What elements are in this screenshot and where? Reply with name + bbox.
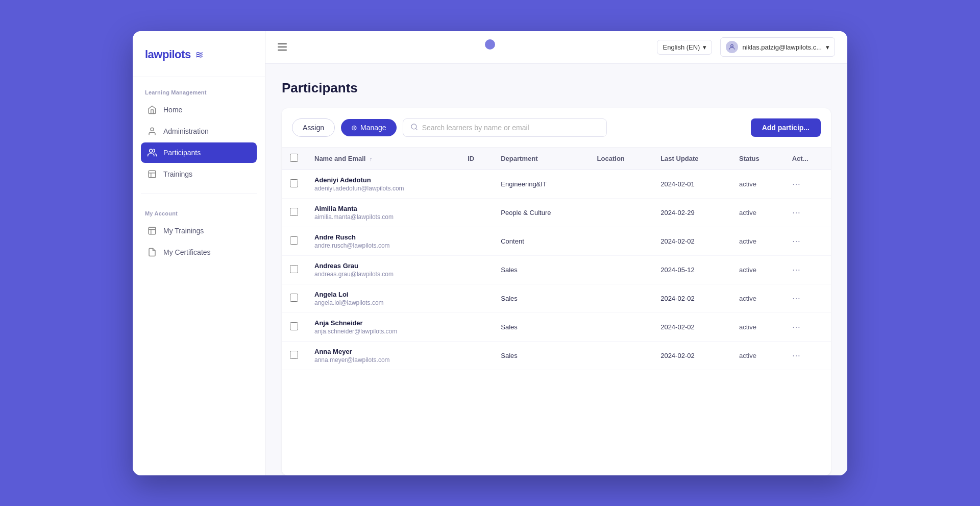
row-last-update: 2024-02-29 — [652, 198, 731, 227]
trainings-icon — [147, 169, 157, 179]
manage-label: Manage — [360, 124, 386, 132]
row-checkbox-cell — [282, 198, 306, 227]
row-action-dots[interactable]: ⋯ — [792, 351, 800, 360]
row-checkbox-0[interactable] — [290, 179, 298, 187]
row-action-dots[interactable]: ⋯ — [792, 208, 800, 217]
manage-button[interactable]: ⊕ Manage — [341, 119, 397, 136]
col-last-update: Last Update — [652, 148, 731, 170]
table-row: Andreas Grau andreas.grau@lawpilots.com … — [282, 255, 831, 284]
participants-table: Name and Email ↑ ID Department — [282, 148, 831, 370]
row-status: active — [731, 255, 784, 284]
user-email-label: niklas.patzig@lawpilots.c... — [742, 43, 822, 51]
sidebar-item-my-certificates[interactable]: My Certificates — [141, 242, 257, 262]
search-input[interactable] — [422, 124, 599, 132]
row-actions: ⋯ — [784, 312, 831, 341]
row-checkbox-2[interactable] — [290, 236, 298, 245]
row-department: Engineering&IT — [493, 170, 589, 198]
row-id — [459, 198, 493, 227]
row-location — [589, 284, 653, 312]
my-account-section: My Account My Trainings My Certificates — [133, 198, 265, 268]
row-location — [589, 312, 653, 341]
row-action-dots[interactable]: ⋯ — [792, 180, 800, 188]
sidebar-item-participants[interactable]: Participants — [141, 142, 257, 163]
manage-icon: ⊕ — [351, 124, 357, 132]
col-id: ID — [459, 148, 493, 170]
main-content: English (EN) ▾ niklas.patzig@lawpilots.c… — [265, 31, 847, 475]
row-actions: ⋯ — [784, 255, 831, 284]
table-container: Name and Email ↑ ID Department — [282, 148, 831, 475]
status-badge: active — [739, 180, 756, 188]
sort-icon: ↑ — [370, 156, 373, 162]
participant-name: Andreas Grau — [314, 262, 451, 270]
sidebar-item-administration[interactable]: Administration — [141, 121, 257, 141]
sidebar-item-participants-label: Participants — [163, 149, 201, 157]
sidebar-item-my-trainings-label: My Trainings — [163, 227, 204, 235]
sidebar-item-my-trainings[interactable]: My Trainings — [141, 221, 257, 241]
row-name-email: Adeniyi Adedotun adeniyi.adedotun@lawpil… — [306, 170, 459, 198]
row-department: Sales — [493, 312, 589, 341]
row-checkbox-6[interactable] — [290, 351, 298, 359]
participant-name: Anna Meyer — [314, 348, 451, 355]
row-department: Sales — [493, 284, 589, 312]
sidebar-item-home-label: Home — [163, 106, 182, 114]
sidebar-item-home[interactable]: Home — [141, 100, 257, 120]
my-trainings-icon — [147, 226, 157, 236]
sidebar-item-trainings[interactable]: Trainings — [141, 164, 257, 184]
logo-area: lawpilots ≋ — [133, 31, 265, 77]
row-last-update: 2024-02-02 — [652, 227, 731, 255]
row-action-dots[interactable]: ⋯ — [792, 323, 800, 331]
row-id — [459, 284, 493, 312]
language-label: English (EN) — [663, 43, 700, 51]
hamburger-button[interactable] — [278, 43, 287, 51]
status-badge: active — [739, 209, 756, 216]
row-location — [589, 198, 653, 227]
status-badge: active — [739, 266, 756, 274]
language-selector[interactable]: English (EN) ▾ — [657, 40, 712, 55]
row-actions: ⋯ — [784, 170, 831, 198]
row-location — [589, 227, 653, 255]
row-actions: ⋯ — [784, 198, 831, 227]
svg-point-8 — [731, 44, 733, 47]
row-department: Sales — [493, 255, 589, 284]
status-badge: active — [739, 323, 756, 331]
col-actions: Act... — [784, 148, 831, 170]
participant-email: anna.meyer@lawpilots.com — [314, 356, 451, 364]
table-row: Angela Loi angela.loi@lawpilots.com Sale… — [282, 284, 831, 312]
row-action-dots[interactable]: ⋯ — [792, 237, 800, 246]
row-action-dots[interactable]: ⋯ — [792, 266, 800, 274]
participant-email: andre.rusch@lawpilots.com — [314, 242, 451, 249]
row-checkbox-4[interactable] — [290, 294, 298, 302]
row-name-email: Anna Meyer anna.meyer@lawpilots.com — [306, 341, 459, 370]
col-name-email[interactable]: Name and Email ↑ — [306, 148, 459, 170]
participants-table-card: Assign ⊕ Manage Add particip... — [282, 108, 831, 475]
svg-line-10 — [415, 128, 417, 130]
user-menu[interactable]: niklas.patzig@lawpilots.c... ▾ — [720, 37, 835, 57]
participant-name: Adeniyi Adedotun — [314, 176, 451, 184]
add-participant-button[interactable]: Add particip... — [751, 118, 821, 137]
assign-button[interactable]: Assign — [292, 118, 335, 137]
my-account-label: My Account — [141, 210, 257, 216]
row-checkbox-3[interactable] — [290, 265, 298, 273]
row-actions: ⋯ — [784, 227, 831, 255]
row-checkbox-cell — [282, 255, 306, 284]
participant-email: anja.schneider@lawpilots.com — [314, 328, 451, 335]
row-actions: ⋯ — [784, 341, 831, 370]
select-all-checkbox[interactable] — [290, 154, 298, 162]
row-checkbox-cell — [282, 312, 306, 341]
participant-name: Angela Loi — [314, 291, 451, 298]
participants-icon — [147, 148, 157, 158]
sidebar-item-trainings-label: Trainings — [163, 170, 192, 178]
row-action-dots[interactable]: ⋯ — [792, 294, 800, 303]
row-checkbox-cell — [282, 284, 306, 312]
search-icon — [410, 123, 418, 132]
row-name-email: Angela Loi angela.loi@lawpilots.com — [306, 284, 459, 312]
row-checkbox-5[interactable] — [290, 322, 298, 330]
row-department: People & Culture — [493, 198, 589, 227]
row-checkbox-cell — [282, 341, 306, 370]
row-checkbox-1[interactable] — [290, 208, 298, 216]
row-status: active — [731, 227, 784, 255]
logo-text: lawpilots — [145, 48, 191, 61]
learning-management-label: Learning Management — [141, 89, 257, 95]
row-last-update: 2024-02-01 — [652, 170, 731, 198]
participant-name: Andre Rusch — [314, 233, 451, 241]
